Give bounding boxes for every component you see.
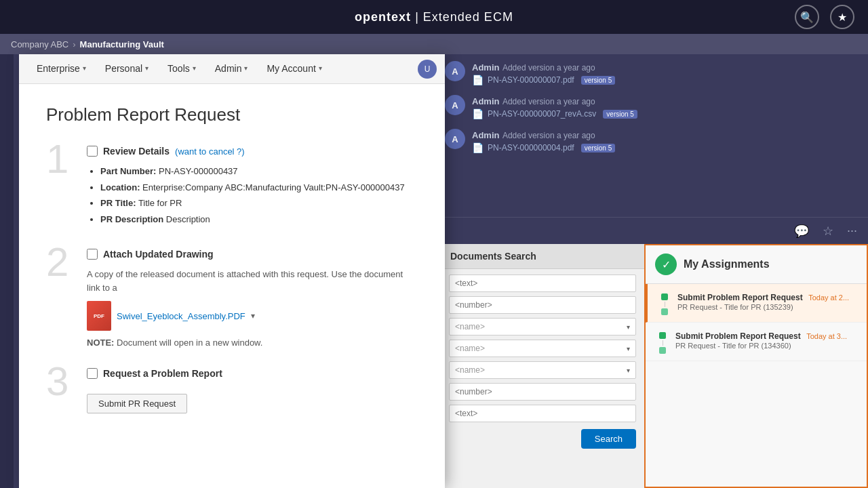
nav-admin[interactable]: Admin ▾ xyxy=(205,54,258,84)
history-item: A Admin Added version a year ago 📄 PN-AS… xyxy=(445,95,857,119)
search-number-input-2[interactable] xyxy=(449,383,636,401)
header-icons: 🔍 ★ xyxy=(795,5,854,29)
detail-pr-title: PR Title: Title for PR xyxy=(100,197,418,210)
assignment-2-time: Today at 3... xyxy=(806,332,847,340)
history-content: Admin Added version a year ago 📄 PN-ASY-… xyxy=(472,129,857,153)
step-3-checkbox[interactable] xyxy=(87,368,98,379)
assignment-item-1[interactable]: Submit Problem Report Request Today at 2… xyxy=(646,284,867,323)
history-action: Added version a year ago xyxy=(502,131,595,140)
nav-personal-chevron: ▾ xyxy=(145,64,149,72)
history-file: 📄 PN-ASY-000000007.pdf version 5 xyxy=(472,75,857,85)
history-filename[interactable]: PN-ASY-000000007.pdf xyxy=(488,75,574,85)
history-version: version 5 xyxy=(603,110,637,119)
assign-node xyxy=(661,293,668,300)
assignments-header: ✓ My Assignments xyxy=(646,245,867,284)
step-1-header: Review Details (want to cancel ?) xyxy=(87,146,418,157)
step-2-number: 2 xyxy=(46,242,87,348)
nav-my-account[interactable]: My Account ▾ xyxy=(257,54,331,84)
nav-tools[interactable]: Tools ▾ xyxy=(158,54,205,84)
history-filename[interactable]: PN-ASY-000000007_revA.csv xyxy=(488,109,596,119)
detail-part-number: Part Number: PN-ASY-000000437 xyxy=(100,165,418,178)
step-2-label: Attach Updated Drawing xyxy=(103,249,214,260)
pdf-attach-icon xyxy=(87,301,111,331)
nav-personal-label: Personal xyxy=(105,63,142,74)
step-2-header: Attach Updated Drawing xyxy=(87,249,418,260)
assign-sub-node xyxy=(659,347,666,354)
nav-tools-label: Tools xyxy=(167,63,190,74)
pdf-attachment: Swivel_Eyeblock_Assembly.PDF ▾ xyxy=(87,301,418,331)
history-item: A Admin Added version a year ago 📄 PN-AS… xyxy=(445,129,857,153)
assignment-2-content: Submit Problem Report Request Today at 3… xyxy=(675,329,857,350)
avatar: A xyxy=(445,61,465,81)
step-2-checkbox[interactable] xyxy=(87,249,98,260)
nav-enterprise[interactable]: Enterprise ▾ xyxy=(27,54,96,84)
search-dropdown-3-label: <name> xyxy=(455,365,485,375)
search-text-input-2[interactable] xyxy=(449,405,636,422)
history-content: Admin Added version a year ago 📄 PN-ASY-… xyxy=(472,61,857,85)
step-2-container: 2 Attach Updated Drawing A copy of the r… xyxy=(46,249,418,348)
nav-enterprise-label: Enterprise xyxy=(37,63,80,74)
assign-node xyxy=(659,332,666,339)
nav-menu: Enterprise ▾ Personal ▾ Tools ▾ Admin ▾ … xyxy=(19,54,445,84)
step-3-label: Request a Problem Report xyxy=(103,368,222,379)
step-3-body: Request a Problem Report Submit PR Reque… xyxy=(87,368,418,413)
search-form: <name> ▾ <name> ▾ <name> ▾ Search xyxy=(441,269,644,432)
more-options-button[interactable]: ··· xyxy=(847,224,857,238)
step-1-checkbox[interactable] xyxy=(87,146,98,157)
detail-pr-description: PR Description Description xyxy=(100,213,418,226)
history-filename[interactable]: PN-ASY-000000004.pdf xyxy=(488,143,574,152)
assignment-1-title-row: Submit Problem Report Request Today at 2… xyxy=(677,291,857,303)
step-3-container: 3 Request a Problem Report Submit PR Req… xyxy=(46,368,418,413)
search-dropdown-3[interactable]: <name> ▾ xyxy=(449,361,636,379)
avatar: A xyxy=(445,129,465,149)
history-user: Admin xyxy=(472,96,499,106)
step-1-cancel-link[interactable]: (want to cancel ?) xyxy=(175,146,245,157)
csv-icon: 📄 xyxy=(472,108,484,119)
search-button[interactable]: Search xyxy=(581,429,636,449)
app-title: opentext | Extended ECM xyxy=(355,10,513,24)
search-icon-button[interactable]: 🔍 xyxy=(795,5,819,29)
assign-tree-icon xyxy=(657,291,672,315)
step-1-number: 1 xyxy=(46,139,87,228)
chevron-down-icon: ▾ xyxy=(627,323,630,331)
top-header: opentext | Extended ECM 🔍 ★ xyxy=(0,0,868,34)
search-text-input-1[interactable] xyxy=(449,274,636,292)
attachment-dropdown[interactable]: ▾ xyxy=(251,311,255,321)
assignment-item-2[interactable]: Submit Problem Report Request Today at 3… xyxy=(646,323,867,361)
chevron-down-icon: ▾ xyxy=(627,345,630,352)
star-icon-button[interactable]: ☆ xyxy=(823,224,833,239)
user-avatar[interactable]: U xyxy=(418,60,437,79)
nav-personal[interactable]: Personal ▾ xyxy=(96,54,158,84)
avatar: A xyxy=(445,95,465,115)
history-action: Added version a year ago xyxy=(502,97,595,106)
nav-tools-chevron: ▾ xyxy=(193,64,196,72)
breadcrumb-current: Manufacturing Vault xyxy=(80,39,164,49)
history-user: Admin xyxy=(472,130,499,140)
left-sidebar-bg xyxy=(0,54,14,488)
icons-bar: 💬 ☆ ··· xyxy=(434,217,868,244)
favorites-icon-button[interactable]: ★ xyxy=(830,5,854,29)
assignment-1-content: Submit Problem Report Request Today at 2… xyxy=(677,291,857,311)
docs-search-title: Documents Search xyxy=(441,244,644,269)
step-1-details: Part Number: PN-ASY-000000437 Location: … xyxy=(87,165,418,226)
search-dropdown-1[interactable]: <name> ▾ xyxy=(449,318,636,336)
search-number-input[interactable] xyxy=(449,296,636,314)
nav-my-account-chevron: ▾ xyxy=(319,64,322,72)
submit-pr-button[interactable]: Submit PR Request xyxy=(87,394,187,413)
assignments-title: My Assignments xyxy=(684,258,770,270)
assignment-1-sub: PR Request - Title for PR (135239) xyxy=(677,303,857,311)
attachment-link[interactable]: Swivel_Eyeblock_Assembly.PDF xyxy=(117,311,245,321)
comment-icon-button[interactable]: 💬 xyxy=(794,224,809,239)
history-panel: A Admin Added version a year ago 📄 PN-AS… xyxy=(434,54,868,217)
detail-location: Location: Enterprise:Company ABC:Manufac… xyxy=(100,181,418,195)
history-version: version 5 xyxy=(581,144,616,152)
breadcrumb-company[interactable]: Company ABC xyxy=(11,39,68,49)
chevron-down-icon: ▾ xyxy=(627,367,630,374)
step-2-body: Attach Updated Drawing A copy of the rel… xyxy=(87,249,418,348)
step-2-note: A copy of the released document is attac… xyxy=(87,268,418,294)
assignment-2-title-row: Submit Problem Report Request Today at 3… xyxy=(675,329,857,342)
pdf-icon: 📄 xyxy=(472,142,484,153)
assignments-check-icon: ✓ xyxy=(655,253,677,275)
step-3-header: Request a Problem Report xyxy=(87,368,418,379)
search-dropdown-2[interactable]: <name> ▾ xyxy=(449,340,636,357)
